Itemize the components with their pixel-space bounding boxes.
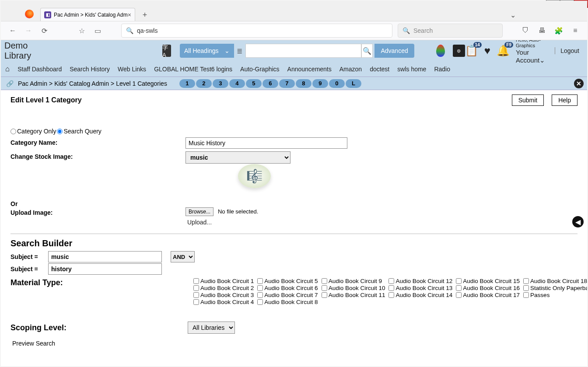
balloon-icon[interactable] — [436, 45, 445, 57]
nav-item[interactable]: Announcements — [287, 66, 332, 73]
help-button[interactable]: Help — [552, 94, 578, 106]
material-type-item[interactable]: Audio Book Circuit 8 — [257, 299, 318, 305]
material-type-item[interactable]: Audio Book Circuit 10 — [322, 285, 385, 291]
extensions-icon[interactable]: 🧩 — [553, 25, 564, 36]
translate-icon[interactable]: 字A — [162, 45, 171, 57]
nav-item[interactable]: Web Links — [118, 66, 146, 73]
menu-icon[interactable]: ≡ — [570, 25, 581, 36]
material-type-checkbox[interactable] — [257, 278, 263, 284]
material-type-checkbox[interactable] — [257, 299, 263, 305]
crumb-a[interactable]: Pac Admin — [18, 80, 47, 87]
material-type-item[interactable]: Audio Book Circuit 4 — [193, 299, 254, 305]
browse-button[interactable]: Browse... — [186, 207, 214, 216]
pill[interactable]: 0 — [329, 79, 345, 88]
pill[interactable]: 9 — [312, 79, 328, 88]
collapse-left-icon[interactable]: ◀ — [572, 216, 584, 227]
submit-button[interactable]: Submit — [512, 94, 544, 106]
subject-input-1[interactable] — [48, 251, 162, 262]
favorites-icon[interactable]: ♥ — [484, 45, 490, 57]
url-input[interactable]: 🔍 qa-swls — [121, 24, 392, 38]
material-type-checkbox[interactable] — [388, 285, 394, 291]
material-type-checkbox[interactable] — [456, 292, 462, 298]
material-type-item[interactable]: Audio Book Circuit 15 — [456, 278, 520, 284]
material-type-checkbox[interactable] — [322, 278, 327, 284]
material-type-item[interactable]: Audio Book Circuit 1 — [193, 278, 254, 284]
home-icon[interactable]: ⌂ — [5, 65, 10, 73]
pill[interactable]: 4 — [229, 79, 245, 88]
nav-item[interactable]: Radio — [434, 66, 450, 73]
pill[interactable]: 2 — [196, 79, 212, 88]
material-type-item[interactable]: Audio Book Circuit 14 — [388, 292, 452, 298]
close-panel-icon[interactable]: ✕ — [574, 79, 584, 88]
material-type-checkbox[interactable] — [456, 285, 462, 291]
material-type-checkbox[interactable] — [388, 278, 394, 284]
pocket-icon[interactable]: ⛉ — [520, 25, 531, 36]
material-type-item[interactable]: Audio Book Circuit 12 — [388, 278, 452, 284]
material-type-checkbox[interactable] — [257, 292, 263, 298]
nav-item[interactable]: GLOBAL HOME Test6 logins — [154, 66, 232, 73]
material-type-checkbox[interactable] — [257, 285, 263, 291]
material-type-item[interactable]: Passes — [523, 292, 587, 298]
material-type-checkbox[interactable] — [523, 278, 529, 284]
material-type-item[interactable]: Audio Book Circuit 17 — [456, 292, 520, 298]
material-type-item[interactable]: Audio Book Circuit 16 — [456, 285, 520, 291]
print-icon[interactable]: 🖶 — [537, 25, 547, 36]
material-type-checkbox[interactable] — [523, 285, 529, 291]
material-type-checkbox[interactable] — [193, 292, 199, 298]
material-type-item[interactable]: Audio Book Circuit 6 — [257, 285, 318, 291]
advanced-button[interactable]: Advanced — [374, 44, 414, 58]
account-block[interactable]: Hello, Auto-Graphics Your Account⌄ — [516, 40, 545, 64]
tab-close-icon[interactable]: × — [128, 11, 131, 18]
bookmark-star-icon[interactable]: ☆ — [77, 25, 87, 36]
material-type-item[interactable]: Audio Book Circuit 18 — [523, 278, 587, 284]
container-icon[interactable]: ▭ — [92, 25, 103, 36]
material-type-item[interactable]: Audio Book Circuit 5 — [257, 278, 318, 284]
stock-image-select[interactable]: music — [186, 151, 290, 164]
pill[interactable]: 3 — [213, 79, 228, 88]
scoping-level-select[interactable]: All Libraries — [188, 322, 235, 334]
search-targets-icon[interactable]: ⊚ — [453, 45, 465, 57]
material-type-checkbox[interactable] — [322, 285, 327, 291]
browser-search-input[interactable]: 🔍 Search — [398, 24, 503, 38]
pill[interactable]: 1 — [179, 79, 195, 88]
nav-item[interactable]: Search History — [70, 66, 110, 73]
preview-search-link[interactable]: Preview Search — [12, 340, 578, 347]
material-type-item[interactable]: Audio Book Circuit 7 — [257, 292, 318, 298]
material-type-checkbox[interactable] — [193, 299, 199, 305]
material-type-checkbox[interactable] — [193, 278, 199, 284]
crumb-c[interactable]: Level 1 Categories — [116, 80, 167, 87]
search-query-radio[interactable] — [57, 129, 63, 134]
nav-item[interactable]: Amazon — [340, 66, 362, 73]
catalog-search-button[interactable]: 🔍 — [361, 44, 373, 58]
tabs-dropdown-icon[interactable]: ⌄ — [508, 10, 517, 19]
boolean-select[interactable]: AND — [171, 251, 195, 262]
material-type-item[interactable]: Audio Book Circuit 13 — [388, 285, 452, 291]
material-type-checkbox[interactable] — [193, 285, 199, 291]
browser-tab[interactable]: ◧ Pac Admin > Kids' Catalog Adm × — [40, 8, 135, 21]
subject-input-2[interactable] — [48, 263, 162, 275]
lists-icon[interactable]: 📋14 — [465, 45, 478, 57]
material-type-item[interactable]: Audio Book Circuit 9 — [322, 278, 385, 284]
category-name-input[interactable] — [186, 137, 347, 149]
material-type-checkbox[interactable] — [456, 278, 462, 284]
pill[interactable]: 7 — [279, 79, 295, 88]
back-button[interactable]: ← — [7, 25, 18, 36]
material-type-checkbox[interactable] — [322, 292, 327, 298]
upload-link[interactable]: Upload... — [187, 219, 258, 226]
nav-item[interactable]: Auto-Graphics — [240, 66, 279, 73]
material-type-item[interactable]: Audio Book Circuit 2 — [193, 285, 254, 291]
pill[interactable]: 8 — [296, 79, 312, 88]
nav-item[interactable]: doctest — [370, 66, 389, 73]
pill[interactable]: L — [346, 79, 361, 88]
material-type-item[interactable]: Audio Book Circuit 3 — [193, 292, 254, 298]
material-type-item[interactable]: Statistic Only Paperback — [523, 285, 587, 291]
reload-button[interactable]: ⟳ — [39, 25, 49, 36]
material-type-checkbox[interactable] — [523, 292, 529, 298]
material-type-checkbox[interactable] — [388, 292, 394, 298]
logout-link[interactable]: Logout — [555, 47, 579, 54]
nav-item[interactable]: swls home — [397, 66, 426, 73]
nav-item[interactable]: Staff Dashboard — [18, 66, 62, 73]
material-type-item[interactable]: Audio Book Circuit 11 — [322, 292, 385, 298]
new-tab-button[interactable]: + — [139, 9, 151, 21]
pill[interactable]: 6 — [262, 79, 278, 88]
